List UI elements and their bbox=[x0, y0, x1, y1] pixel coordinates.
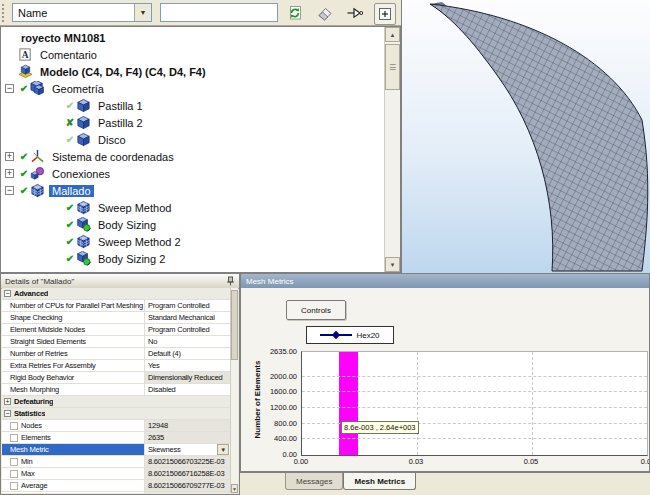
detail-label: Rigid Body Behavior bbox=[2, 372, 145, 383]
tree-item-body-sizing[interactable]: ✔Body Sizing bbox=[1, 216, 384, 233]
details-row-number-of-cpus-for-parallel-part-meshing[interactable]: Number of CPUs for Parallel Part Meshing… bbox=[2, 300, 230, 312]
tree-item-disco[interactable]: ✔Disco bbox=[1, 131, 384, 148]
scroll-down-icon[interactable]: ▼ bbox=[385, 257, 400, 272]
tree-item-body-sizing-2[interactable]: ✔Body Sizing 2 bbox=[1, 250, 384, 267]
chart-bar-hex20[interactable] bbox=[339, 352, 358, 455]
dropdown-arrow-icon[interactable]: ▼ bbox=[217, 444, 229, 455]
details-row-average[interactable]: Average8.60215066709277E-03 bbox=[2, 480, 230, 492]
detail-label: Max bbox=[2, 468, 145, 479]
status-check-icon: ✔ bbox=[18, 83, 30, 94]
row-checkbox[interactable] bbox=[10, 422, 18, 430]
row-checkbox[interactable] bbox=[10, 458, 18, 466]
tree-indent bbox=[51, 203, 60, 212]
details-section-statistics[interactable]: −Statistics bbox=[2, 408, 230, 420]
tree-item-sweep-method[interactable]: ✔Sweep Method bbox=[1, 199, 384, 216]
status-check-icon: ✔ bbox=[18, 168, 30, 179]
mesh-metrics-header: Mesh Metrics bbox=[241, 274, 649, 288]
section-expander-icon[interactable]: − bbox=[4, 410, 11, 417]
tree-item-comentario[interactable]: Comentario bbox=[1, 46, 384, 63]
status-check-icon: ✔ bbox=[64, 202, 76, 213]
pin-icon[interactable] bbox=[226, 276, 235, 286]
details-row-shape-checking[interactable]: Shape CheckingStandard Mechanical bbox=[2, 312, 230, 324]
name-filter-value: Name bbox=[13, 7, 134, 19]
tree-item-modelo-c4-d4-f4-c4-d4-f4[interactable]: Modelo (C4, D4, F4) (C4, D4, F4) bbox=[1, 63, 384, 80]
section-expander-icon[interactable]: − bbox=[4, 290, 11, 297]
v-gridline bbox=[417, 352, 418, 455]
details-scroll-thumb[interactable] bbox=[231, 290, 238, 360]
name-filter-combo[interactable]: Name ▼ bbox=[12, 3, 152, 22]
h-gridline bbox=[302, 376, 647, 377]
detail-value: Standard Mechanical bbox=[145, 312, 230, 323]
y-tick-label: 400.00 bbox=[274, 434, 297, 443]
chart-plot-area: 8.6e-003 , 2.64e+003 bbox=[301, 351, 648, 456]
details-row-mesh-metric[interactable]: Mesh MetricSkewness▼ bbox=[2, 444, 230, 456]
tree-expander-icon[interactable]: − bbox=[5, 84, 14, 93]
geometry-viewport[interactable] bbox=[401, 0, 650, 273]
clear-icon[interactable] bbox=[315, 3, 335, 23]
tab-mesh-metrics[interactable]: Mesh Metrics bbox=[343, 473, 416, 490]
tree-item-conexiones[interactable]: +✔Conexiones bbox=[1, 165, 384, 182]
filter-input[interactable] bbox=[160, 3, 278, 22]
axes-icon bbox=[30, 149, 45, 164]
scroll-thumb[interactable]: ☰ bbox=[385, 44, 400, 90]
tree-item-sweep-method-2[interactable]: ✔Sweep Method 2 bbox=[1, 233, 384, 250]
tree-scrollbar[interactable]: ▲ ☰ ▼ bbox=[384, 27, 400, 272]
details-row-straight-sided-elements[interactable]: Straight Sided ElementsNo bbox=[2, 336, 230, 348]
tree-item-pastilla-2[interactable]: ✘Pastilla 2 bbox=[1, 114, 384, 131]
detail-label: Average bbox=[2, 480, 145, 491]
tree-item-label: Comentario bbox=[37, 49, 100, 61]
details-section-advanced[interactable]: −Advanced bbox=[2, 288, 230, 300]
row-checkbox[interactable] bbox=[10, 434, 18, 442]
y-tick-label: 2635.00 bbox=[270, 347, 297, 356]
tree-item-label: Mallado bbox=[49, 185, 94, 197]
y-tick-label: 1200.00 bbox=[270, 403, 297, 412]
tree-item-sistema-de-coordenadas[interactable]: +✔Sistema de coordenadas bbox=[1, 148, 384, 165]
row-checkbox[interactable] bbox=[10, 482, 18, 490]
tree-expander-icon[interactable]: + bbox=[5, 152, 14, 161]
x-tick-label: 0.03 bbox=[409, 457, 424, 466]
probe-icon[interactable] bbox=[345, 3, 365, 23]
sizing-icon bbox=[76, 217, 91, 232]
details-row-elements[interactable]: Elements2635 bbox=[2, 432, 230, 444]
cube-icon bbox=[76, 132, 91, 147]
details-row-extra-retries-for-assembly[interactable]: Extra Retries For AssemblyYes bbox=[2, 360, 230, 372]
tree-expander-icon[interactable]: + bbox=[5, 169, 14, 178]
detail-value: 8.60215066703225E-03 bbox=[145, 456, 230, 467]
section-expander-icon[interactable]: + bbox=[4, 398, 11, 405]
details-scroll-down-icon[interactable]: ▼ bbox=[231, 484, 238, 493]
row-checkbox[interactable] bbox=[10, 470, 18, 478]
h-gridline bbox=[302, 407, 647, 408]
refresh-icon[interactable] bbox=[285, 3, 305, 23]
details-section-defeaturing[interactable]: +Defeaturing bbox=[2, 396, 230, 408]
x-tick-label: 0.0 bbox=[641, 457, 650, 466]
scroll-up-icon[interactable]: ▲ bbox=[385, 27, 400, 42]
details-row-min[interactable]: Min8.60215066703225E-03 bbox=[2, 456, 230, 468]
status-check-icon: ✔ bbox=[18, 185, 30, 196]
details-row-number-of-retries[interactable]: Number of RetriesDefault (4) bbox=[2, 348, 230, 360]
details-row-nodes[interactable]: Nodes12948 bbox=[2, 420, 230, 432]
mesh-3d-view bbox=[402, 0, 650, 273]
tree-item-pastilla-1[interactable]: ✔Pastilla 1 bbox=[1, 97, 384, 114]
tree-expander-icon[interactable]: − bbox=[5, 186, 14, 195]
details-row-rigid-body-behavior[interactable]: Rigid Body BehaviorDimensionally Reduced bbox=[2, 372, 230, 384]
tree-item-label: Sweep Method 2 bbox=[95, 236, 184, 248]
tree-item-geometr-a[interactable]: −✔Geometría bbox=[1, 80, 384, 97]
detail-value: 2635 bbox=[145, 432, 230, 443]
chevron-down-icon[interactable]: ▼ bbox=[134, 4, 151, 21]
details-row-mesh-morphing[interactable]: Mesh MorphingDisabled bbox=[2, 384, 230, 396]
tree-item-royecto-mn1081[interactable]: royecto MN1081 bbox=[1, 29, 384, 46]
controls-button[interactable]: Controls bbox=[286, 300, 346, 320]
detail-value[interactable]: Skewness▼ bbox=[145, 444, 230, 455]
details-row-element-midside-nodes[interactable]: Element Midside NodesProgram Controlled bbox=[2, 324, 230, 336]
details-row-standard-deviation[interactable]: Standard Deviation0 bbox=[2, 492, 230, 493]
detail-value: Program Controlled bbox=[145, 324, 230, 335]
tree-item-label: Disco bbox=[95, 134, 129, 146]
details-row-max[interactable]: Max8.60215066716258E-03 bbox=[2, 468, 230, 480]
tab-messages[interactable]: Messages bbox=[285, 473, 343, 490]
expand-all-icon[interactable] bbox=[374, 3, 396, 25]
toolbar-grip[interactable] bbox=[2, 4, 8, 22]
details-scrollbar[interactable]: ▼ bbox=[230, 288, 238, 493]
tree-item-label: Sweep Method bbox=[95, 202, 174, 214]
tree-item-mallado[interactable]: −✔Mallado bbox=[1, 182, 384, 199]
status-check-icon: ✔ bbox=[64, 219, 76, 230]
